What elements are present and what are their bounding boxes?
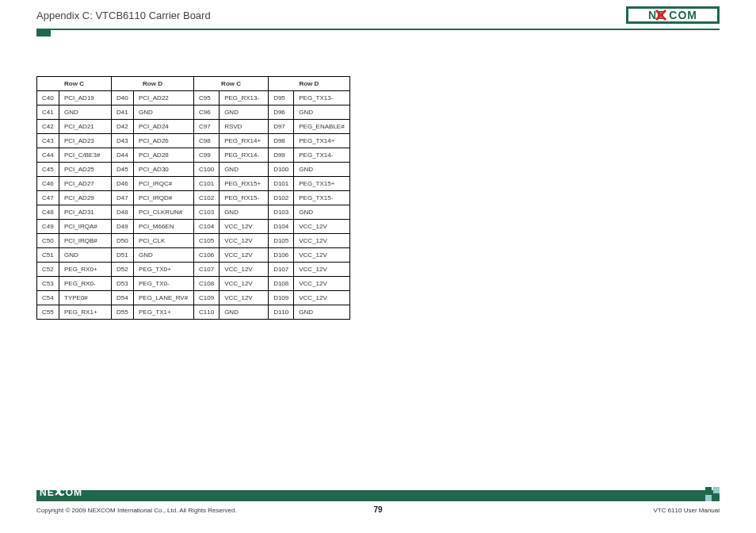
pin-cell: C50 [37,234,59,248]
pin-cell: D104 [269,220,294,234]
pin-cell: C95 [194,91,220,105]
pin-cell: D95 [269,91,294,105]
nexcom-logo-icon: NE COM [626,6,720,24]
pin-cell: D49 [112,220,134,234]
signal-cell: PEG_RX14- [220,148,269,163]
signal-cell: PCI_IRQB# [59,234,112,248]
pin-cell: D53 [112,277,134,291]
pin-cell: D50 [112,234,134,248]
signal-cell: PCI_C/BE3# [59,148,112,163]
table-row: C52PEG_RX0+D52PEG_TX0+C107VCC_12VD107VCC… [37,263,350,277]
signal-cell: PEG_RX0- [59,277,112,291]
signal-cell: PCI_AD25 [59,163,112,177]
signal-cell: VCC_12V [294,277,349,291]
svg-rect-9 [713,487,720,493]
pin-cell: C43 [37,134,59,148]
signal-cell: PCI_CLK [134,234,194,248]
pin-cell: C40 [37,91,59,105]
pin-cell: D46 [112,177,134,191]
signal-cell: VCC_12V [220,291,269,305]
pin-cell: D55 [112,305,134,320]
pin-cell: C104 [194,220,220,234]
pin-cell: C53 [37,277,59,291]
signal-cell: PCI_AD21 [59,120,112,134]
signal-cell: PCI_AD22 [134,91,194,105]
signal-cell: PCI_IRQC# [134,177,194,191]
table-row: C43PCI_AD23D43PCI_AD26C98PEG_RX14+D98PEG… [37,134,350,148]
signal-cell: VCC_12V [294,220,349,234]
signal-cell: PEG_RX1+ [59,305,112,320]
signal-cell: PCI_CLKRUN# [134,205,194,220]
signal-cell: PCI_AD30 [134,163,194,177]
pinout-table-wrap: Row C Row D Row C Row D C40PCI_AD19D40PC… [36,76,350,320]
signal-cell: GND [134,105,194,120]
table-row: C51GNDD51GNDC106VCC_12VD106VCC_12V [37,248,350,263]
pin-cell: C52 [37,263,59,277]
pin-cell: C107 [194,263,220,277]
pin-cell: D98 [269,134,294,148]
signal-cell: PEG_TX15+ [294,177,349,191]
pin-cell: D42 [112,120,134,134]
footer-corner-mark [705,487,720,501]
pin-cell: D97 [269,120,294,134]
signal-cell: PEG_TX1+ [134,305,194,320]
signal-cell: PCI_AD31 [59,205,112,220]
nexcom-footer-logo-icon: NE COM [40,487,101,498]
signal-cell: VCC_12V [220,277,269,291]
table-row: C44PCI_C/BE3#D44PCI_AD28C99PEG_RX14-D99P… [37,148,350,163]
corner-mark-icon [705,487,720,501]
col-header: Row D [269,77,350,91]
pin-cell: C45 [37,163,59,177]
pin-cell: D109 [269,291,294,305]
signal-cell: PEG_RX13- [220,91,269,105]
table-row: C46PCI_AD27D46PCI_IRQC#C101PEG_RX15+D101… [37,177,350,191]
pin-cell: D40 [112,91,134,105]
signal-cell: GND [59,248,112,263]
table-header-row: Row C Row D Row C Row D [37,77,350,91]
pin-cell: D102 [269,191,294,205]
pin-cell: C100 [194,163,220,177]
header-rule [36,29,720,30]
pin-cell: C97 [194,120,220,134]
pin-cell: D101 [269,177,294,191]
pin-cell: C101 [194,177,220,191]
signal-cell: VCC_12V [294,263,349,277]
signal-cell: GND [294,205,349,220]
table-row: C49PCI_IRQA#D49PCI_M66ENC104VCC_12VD104V… [37,220,350,234]
signal-cell: PEG_RX0+ [59,263,112,277]
signal-cell: PEG_TX0- [134,277,194,291]
pinout-table: Row C Row D Row C Row D C40PCI_AD19D40PC… [36,76,350,320]
table-row: C42PCI_AD21D42PCI_AD24C97RSVDD97PEG_ENAB… [37,120,350,134]
pin-cell: D100 [269,163,294,177]
pin-cell: C103 [194,205,220,220]
pin-cell: D54 [112,291,134,305]
pin-cell: C44 [37,148,59,163]
footer-page-number: 79 [0,505,756,514]
signal-cell: GND [294,163,349,177]
col-header: Row C [194,77,269,91]
pin-cell: D107 [269,263,294,277]
pin-cell: C110 [194,305,220,320]
pin-cell: D51 [112,248,134,263]
pin-cell: C106 [194,248,220,263]
signal-cell: PEG_RX15+ [220,177,269,191]
signal-cell: GND [294,305,349,320]
signal-cell: PCI_AD29 [59,191,112,205]
pin-cell: C54 [37,291,59,305]
signal-cell: PEG_RX14+ [220,134,269,148]
pin-cell: D43 [112,134,134,148]
signal-cell: VCC_12V [220,234,269,248]
pin-cell: C55 [37,305,59,320]
signal-cell: GND [220,305,269,320]
pin-cell: D106 [269,248,294,263]
signal-cell: PCI_AD28 [134,148,194,163]
signal-cell: PCI_M66EN [134,220,194,234]
signal-cell: PCI_AD24 [134,120,194,134]
svg-rect-10 [705,495,712,501]
pin-cell: D103 [269,205,294,220]
page: Appendix C: VTCB6110 Carrier Board NE CO… [0,0,756,533]
page-title: Appendix C: VTCB6110 Carrier Board [36,10,720,21]
footer-bar [36,490,720,501]
pin-cell: D47 [112,191,134,205]
signal-cell: RSVD [220,120,269,134]
